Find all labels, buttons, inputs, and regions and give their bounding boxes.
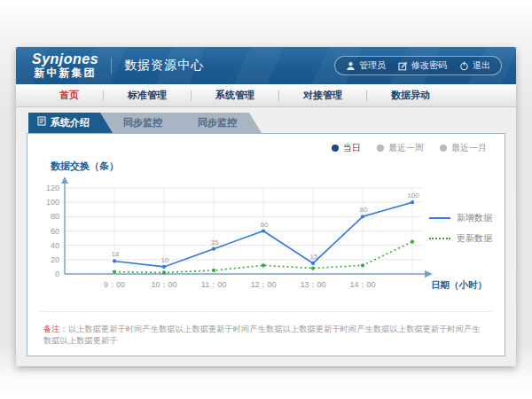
svg-text:14：00: 14：00: [349, 280, 375, 289]
radio-dot-icon: [332, 145, 339, 152]
radio-label: 当日: [343, 142, 361, 154]
admin-user-button[interactable]: 管理员: [346, 59, 386, 72]
chart-panel: 当日 最近一周 最近一月 数据交换（条） 0204060801001209：00…: [27, 133, 505, 356]
nav-item-home[interactable]: 首页: [35, 89, 103, 102]
app-header: Synjones 新中新集团 数据资源中心 管理员 修改密码 退出: [16, 47, 516, 84]
svg-text:100: 100: [46, 198, 59, 207]
legend-item-new-data[interactable]: 新增数据: [429, 212, 492, 224]
radio-dot-icon: [377, 145, 384, 152]
logout-button[interactable]: 退出: [459, 59, 490, 72]
user-actions: 管理员 修改密码 退出: [334, 56, 502, 75]
note-text: 以上数据更新于时间产生数据以上数据更新于时间产生数据以上数据更新于时间产生数据以…: [43, 325, 481, 345]
page-title: 数据资源中心: [111, 58, 204, 74]
solid-line-icon: [429, 217, 450, 219]
svg-text:120: 120: [46, 184, 59, 192]
svg-text:60: 60: [261, 221, 269, 229]
svg-text:100: 100: [407, 192, 419, 200]
time-range-filter: 当日 最近一周 最近一月: [27, 134, 505, 154]
footer-note: 备注：以上数据更新于时间产生数据以上数据更新于时间产生数据以上数据更新于时间产生…: [40, 311, 492, 356]
logout-icon: [459, 61, 469, 71]
dotted-line-icon: [429, 238, 450, 239]
svg-text:10：00: 10：00: [151, 280, 176, 289]
brand-logo-cn: 新中新集团: [32, 67, 98, 79]
radio-label: 最近一月: [451, 142, 487, 154]
nav-item-data-change[interactable]: 数据异动: [367, 89, 454, 102]
content-area: 系统介绍 同步监控 同步监控 当日 最近一周 最近一月 数据交换: [16, 107, 516, 366]
radio-label: 最近一周: [388, 142, 424, 154]
change-password-button[interactable]: 修改密码: [398, 59, 447, 72]
svg-text:10: 10: [161, 256, 169, 264]
radio-dot-icon: [440, 145, 447, 152]
tab-label: 系统介绍: [51, 113, 90, 133]
radio-today[interactable]: 当日: [332, 142, 361, 154]
tab-sync-monitor-2[interactable]: 同步监控: [173, 113, 262, 133]
legend-label: 更新数据: [457, 232, 492, 245]
note-label: 备注：: [43, 325, 68, 333]
svg-text:13：00: 13：00: [300, 280, 325, 289]
svg-text:15: 15: [310, 253, 318, 261]
nav-item-system-mgmt[interactable]: 系统管理: [192, 89, 278, 102]
admin-user-label: 管理员: [359, 59, 386, 72]
svg-text:40: 40: [51, 241, 59, 250]
y-axis-title: 数据交换（条）: [27, 154, 505, 173]
radio-last-week[interactable]: 最近一周: [377, 142, 424, 154]
svg-text:0: 0: [55, 270, 59, 278]
nav-item-standard-mgmt[interactable]: 标准管理: [104, 89, 191, 102]
svg-text:12：00: 12：00: [250, 280, 276, 289]
logout-label: 退出: [473, 59, 490, 72]
brand-logo: Synjones 新中新集团: [32, 52, 98, 78]
chart-legend: 新增数据 更新数据: [429, 212, 492, 245]
document-icon: [37, 113, 46, 133]
radio-last-month[interactable]: 最近一月: [440, 142, 487, 154]
legend-item-updated-data[interactable]: 更新数据: [429, 232, 492, 245]
svg-text:18: 18: [112, 250, 120, 258]
user-icon: [346, 61, 356, 71]
edit-icon: [398, 61, 408, 71]
svg-text:9：00: 9：00: [104, 280, 125, 289]
tab-bar: 系统介绍 同步监控 同步监控: [28, 113, 505, 133]
brand-logo-en: Synjones: [32, 52, 98, 67]
svg-text:20: 20: [51, 255, 59, 264]
svg-text:35: 35: [211, 239, 219, 246]
svg-text:11：00: 11：00: [201, 280, 226, 289]
app-window: Synjones 新中新集团 数据资源中心 管理员 修改密码 退出 首页 标准管…: [16, 47, 516, 366]
nav-item-interface-mgmt[interactable]: 对接管理: [279, 89, 366, 102]
svg-text:80: 80: [51, 212, 59, 221]
svg-text:日期（小时）: 日期（小时）: [431, 279, 487, 291]
change-password-label: 修改密码: [411, 59, 447, 72]
svg-text:60: 60: [51, 227, 59, 236]
legend-label: 新增数据: [457, 212, 492, 224]
tab-system-intro[interactable]: 系统介绍: [28, 113, 113, 133]
tab-sync-monitor-1[interactable]: 同步监控: [98, 113, 187, 133]
main-nav: 首页 标准管理 系统管理 对接管理 数据异动: [16, 84, 516, 107]
svg-text:80: 80: [360, 206, 368, 214]
